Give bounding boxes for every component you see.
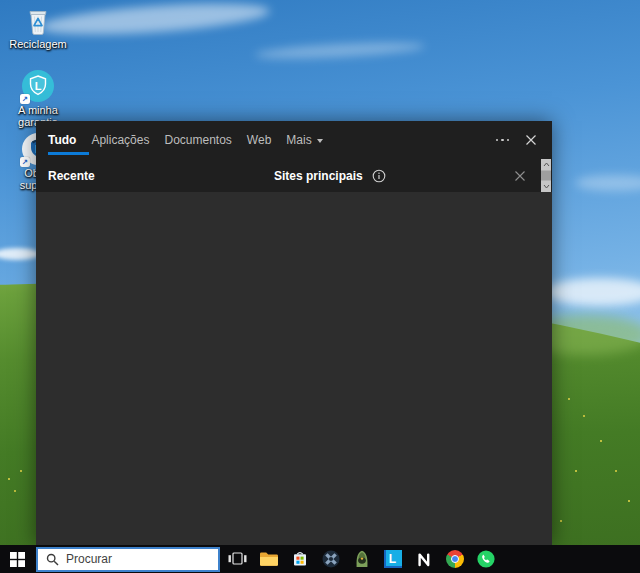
task-view-button[interactable] (222, 545, 253, 573)
dismiss-top-sites-icon[interactable] (514, 159, 526, 192)
chrome-icon (446, 550, 464, 568)
tab-web[interactable]: Web (247, 121, 271, 159)
nahimic-app-button[interactable] (408, 545, 439, 573)
flowers-decoration (8, 478, 10, 480)
tab-tudo[interactable]: Tudo (48, 121, 76, 159)
scroll-down-icon[interactable] (541, 181, 551, 192)
tab-mais[interactable]: Mais (286, 121, 322, 159)
tab-documentos[interactable]: Documentos (164, 121, 231, 159)
my-warranty-shortcut[interactable]: L ↗ A minha garantia (6, 70, 70, 128)
microsoft-store-icon (291, 550, 309, 568)
windows-search-panel: Tudo Aplicações Documentos Web Mais (36, 121, 552, 545)
letter-badge: L (35, 80, 42, 92)
panel-section-row: Recente Sites principais (36, 159, 552, 192)
green-creature-icon (354, 550, 370, 568)
close-icon[interactable] (525, 134, 537, 146)
microsoft-store-button[interactable] (284, 545, 315, 573)
l-app-button[interactable]: L (377, 545, 408, 573)
panel-window-controls (494, 121, 538, 159)
top-sites-section: Sites principais (274, 159, 386, 192)
n-wave-icon (416, 551, 432, 567)
file-explorer-icon (259, 551, 279, 567)
taskbar: L (0, 545, 640, 573)
recycle-bin-shortcut[interactable]: Reciclagem (6, 6, 70, 50)
taskbar-search-box[interactable] (36, 547, 220, 572)
windows-logo-icon (10, 552, 25, 567)
shortcut-arrow-icon: ↗ (20, 157, 30, 167)
l-app-icon: L (384, 550, 402, 568)
more-options-icon[interactable] (494, 135, 512, 146)
green-creature-app-button[interactable] (346, 545, 377, 573)
chrome-button[interactable] (439, 545, 470, 573)
top-sites-scrollbar[interactable] (541, 159, 551, 192)
chevron-down-icon (317, 139, 323, 143)
icon-label: Reciclagem (9, 38, 66, 50)
search-icon (46, 553, 59, 566)
tab-aplicacoes[interactable]: Aplicações (91, 121, 149, 159)
search-results-area (36, 192, 552, 545)
search-panel-header: Tudo Aplicações Documentos Web Mais (36, 121, 552, 192)
x-sphere-app-button[interactable] (315, 545, 346, 573)
scroll-up-icon[interactable] (541, 159, 551, 170)
top-sites-label: Sites principais (274, 169, 363, 183)
pinned-apps: L (222, 545, 501, 573)
task-view-icon (228, 552, 247, 566)
whatsapp-button[interactable] (470, 545, 501, 573)
active-tab-underline (48, 152, 89, 155)
file-explorer-button[interactable] (253, 545, 284, 573)
scrollbar-thumb[interactable] (541, 170, 551, 181)
recycle-bin-icon (21, 6, 55, 36)
start-button[interactable] (0, 545, 34, 573)
search-tabs: Tudo Aplicações Documentos Web Mais (36, 121, 552, 159)
whatsapp-icon (477, 550, 495, 568)
search-input[interactable] (66, 552, 186, 566)
recent-section-label: Recente (48, 169, 95, 183)
warranty-shield-icon: L ↗ (22, 70, 54, 102)
info-icon[interactable] (372, 169, 386, 183)
shortcut-arrow-icon: ↗ (20, 94, 30, 104)
desktop-screen: Reciclagem L ↗ A minha garantia L ↗ Obte… (0, 0, 640, 573)
x-sphere-icon (322, 550, 340, 568)
